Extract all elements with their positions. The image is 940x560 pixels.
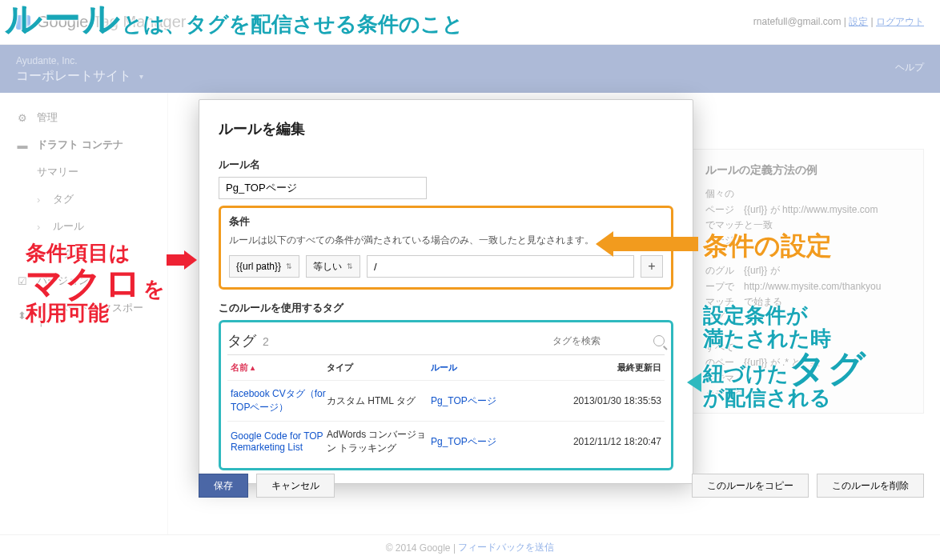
chevron-updown-icon: ⇅ <box>286 262 292 270</box>
col-updated[interactable]: 最終更新日 <box>551 362 661 374</box>
condition-value-input[interactable] <box>367 255 634 278</box>
tags-panel: タグ 2 名前 ▴ タイプ ルール 最終更新日 facebook CVタグ（fo… <box>219 320 673 470</box>
modal-title: ルールを編集 <box>219 119 673 138</box>
table-row[interactable]: Google Code for TOP Remarketing List AdW… <box>227 421 665 462</box>
operator-select-value: 等しい <box>313 260 342 274</box>
modal-buttons-left: 保存 キャンセル <box>199 474 335 498</box>
col-type[interactable]: タイプ <box>327 362 431 374</box>
tag-search[interactable] <box>552 335 665 346</box>
search-icon <box>653 335 665 346</box>
tags-table-header: 名前 ▴ タイプ ルール 最終更新日 <box>227 355 665 380</box>
tag-rule-link[interactable]: Pg_TOPページ <box>431 435 551 449</box>
tag-rule-link[interactable]: Pg_TOPページ <box>431 394 551 408</box>
condition-row: {{url path}}⇅ 等しい⇅ + <box>229 255 663 278</box>
modal-buttons-right: このルールをコピー このルールを削除 <box>692 474 924 498</box>
copy-rule-button[interactable]: このルールをコピー <box>692 474 809 498</box>
save-button[interactable]: 保存 <box>199 474 248 498</box>
operator-select[interactable]: 等しい⇅ <box>306 255 360 278</box>
macro-select-value: {{url path}} <box>236 261 281 272</box>
sort-asc-icon: ▴ <box>251 363 255 372</box>
rule-name-input[interactable] <box>219 177 427 199</box>
col-rule[interactable]: ルール <box>431 362 551 374</box>
edit-rule-modal: ルールを編集 ルール名 条件 ルールは以下のすべての条件が満たされている場合のみ… <box>199 99 693 484</box>
tag-updated: 2013/01/30 18:35:53 <box>551 395 661 406</box>
tags-heading: タグ <box>227 331 256 350</box>
tag-type: AdWords コンバージョン トラッキング <box>327 428 431 455</box>
arrow-teal-left <box>687 373 701 392</box>
add-condition-button[interactable]: + <box>641 255 663 278</box>
macro-select[interactable]: {{url path}}⇅ <box>229 255 299 278</box>
rule-name-label: ルール名 <box>219 158 673 172</box>
tag-updated: 2012/11/12 18:20:47 <box>551 436 661 447</box>
tag-name-link[interactable]: facebook CVタグ（for TOPページ） <box>231 387 327 414</box>
tags-using-rule-label: このルールを使用するタグ <box>219 301 673 315</box>
tags-count: 2 <box>263 335 269 348</box>
tag-name-link[interactable]: Google Code for TOP Remarketing List <box>231 430 327 453</box>
chevron-updown-icon: ⇅ <box>347 262 353 270</box>
tag-type: カスタム HTML タグ <box>327 394 431 408</box>
table-row[interactable]: facebook CVタグ（for TOPページ） カスタム HTML タグ P… <box>227 380 665 421</box>
tag-search-input[interactable] <box>552 335 649 346</box>
col-name[interactable]: 名前 ▴ <box>231 362 327 374</box>
tags-table: 名前 ▴ タイプ ルール 最終更新日 facebook CVタグ（for TOP… <box>227 354 665 462</box>
tags-panel-header: タグ 2 <box>227 327 665 354</box>
condition-label: 条件 <box>229 214 663 229</box>
cancel-button[interactable]: キャンセル <box>256 474 335 498</box>
delete-rule-button[interactable]: このルールを削除 <box>817 474 924 498</box>
